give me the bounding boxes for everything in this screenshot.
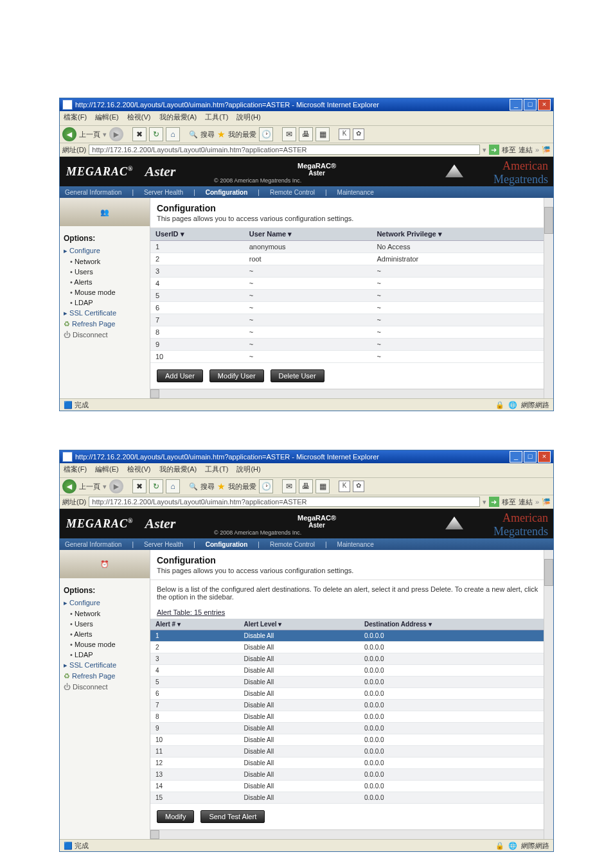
table-row[interactable]: 2Disable All0.0.0.0 — [150, 642, 553, 653]
home-button[interactable]: ⌂ — [166, 479, 180, 493]
table-row[interactable]: 4~~ — [150, 278, 553, 290]
close-button[interactable]: × — [538, 99, 551, 111]
forward-button[interactable]: ► — [109, 479, 123, 493]
sidebar-refresh[interactable]: Refresh Page — [64, 671, 146, 682]
menu-tools[interactable]: 工具(T) — [205, 113, 228, 121]
mail-button[interactable]: ✉ — [282, 127, 296, 141]
minimize-button[interactable]: _ — [510, 451, 522, 463]
maximize-button[interactable]: □ — [524, 99, 537, 111]
sidebar-item-network[interactable]: Network — [64, 256, 146, 267]
sidebar-configure[interactable]: Configure — [64, 598, 146, 608]
go-button[interactable]: ➜ — [489, 145, 499, 155]
sidebar-item-alerts[interactable]: Alerts — [64, 629, 146, 639]
menu-edit[interactable]: 編輯(E) — [95, 113, 119, 121]
minimize-button[interactable]: _ — [510, 99, 522, 111]
table-row[interactable]: 9Disable All0.0.0.0 — [150, 723, 553, 734]
table-row[interactable]: 10~~ — [150, 351, 553, 363]
table-row[interactable]: 6Disable All0.0.0.0 — [150, 688, 553, 700]
tab-health[interactable]: Server Health — [144, 189, 183, 196]
tab-maint[interactable]: Maintenance — [337, 541, 374, 548]
table-row[interactable]: 10Disable All0.0.0.0 — [150, 734, 553, 746]
table-row[interactable]: 3Disable All0.0.0.0 — [150, 653, 553, 665]
print-button[interactable]: 🖶 — [299, 127, 313, 141]
h-scrollbar[interactable] — [150, 389, 553, 398]
gear-icon[interactable]: ✿ — [353, 128, 364, 140]
col-alertnum[interactable]: Alert # ▾ — [150, 619, 238, 630]
flag-icon[interactable]: 🎏 — [542, 498, 551, 506]
tab-remote[interactable]: Remote Control — [270, 189, 315, 196]
tab-general[interactable]: General Information — [65, 189, 121, 196]
search-icon[interactable]: 🔍 — [189, 130, 198, 139]
go-button[interactable]: ➜ — [489, 497, 499, 507]
home-button[interactable]: ⌂ — [166, 127, 180, 141]
sidebar-disconnect[interactable]: Disconnect — [64, 682, 146, 692]
gear-icon[interactable]: ✿ — [353, 481, 364, 492]
search-icon[interactable]: 🔍 — [189, 483, 198, 491]
tab-config[interactable]: Configuration — [206, 189, 248, 196]
search-label[interactable]: 搜尋 — [200, 130, 215, 139]
back-button[interactable]: ◄ — [62, 479, 76, 493]
table-row[interactable]: 2rootAdministrator — [150, 253, 553, 265]
menu-fav[interactable]: 我的最愛(A) — [159, 113, 197, 121]
v-scrollbar[interactable] — [544, 550, 553, 839]
table-row[interactable]: 7~~ — [150, 314, 553, 326]
k-icon[interactable]: K — [339, 128, 350, 140]
address-input[interactable]: http://172.16.2.200/Layouts/Layout0/uima… — [89, 497, 480, 507]
sidebar-item-alerts[interactable]: Alerts — [64, 277, 146, 287]
sidebar-item-mouse[interactable]: Mouse mode — [64, 639, 146, 650]
sidebar-item-ldap[interactable]: LDAP — [64, 650, 146, 660]
tab-remote[interactable]: Remote Control — [270, 541, 315, 548]
sidebar-item-mouse[interactable]: Mouse mode — [64, 287, 146, 297]
address-input[interactable]: http://172.16.2.200/Layouts/Layout0/uima… — [89, 145, 480, 155]
window-titlebar[interactable]: http://172.16.2.200/Layouts/Layout0/uima… — [60, 98, 553, 111]
table-row[interactable]: 6~~ — [150, 302, 553, 314]
refresh-button[interactable]: ↻ — [149, 479, 163, 493]
favorites-label[interactable]: 我的最愛 — [228, 130, 256, 139]
modify-user-button[interactable]: Modify User — [209, 369, 264, 382]
col-username[interactable]: User Name ▾ — [244, 228, 372, 241]
send-test-alert-button[interactable]: Send Test Alert — [200, 810, 265, 823]
delete-user-button[interactable]: Delete User — [271, 369, 324, 382]
print-button[interactable]: 🖶 — [299, 479, 313, 493]
sidebar-disconnect[interactable]: Disconnect — [64, 330, 146, 340]
sidebar-item-users[interactable]: Users — [64, 267, 146, 277]
table-row[interactable]: 4Disable All0.0.0.0 — [150, 665, 553, 677]
add-user-button[interactable]: Add User — [157, 369, 203, 382]
sidebar-refresh[interactable]: Refresh Page — [64, 319, 146, 330]
table-row[interactable]: 1Disable All0.0.0.0 — [150, 630, 553, 642]
window-titlebar[interactable]: http://172.16.2.200/Layouts/Layout0/uima… — [60, 450, 553, 463]
favorites-icon[interactable]: ★ — [217, 129, 226, 139]
sidebar-item-users[interactable]: Users — [64, 619, 146, 629]
table-row[interactable]: 9~~ — [150, 339, 553, 351]
sidebar-ssl[interactable]: SSL Certificate — [64, 308, 146, 319]
tab-health[interactable]: Server Health — [144, 541, 183, 548]
menu-file[interactable]: 檔案(F) — [64, 113, 87, 121]
k-icon[interactable]: K — [339, 481, 350, 492]
table-row[interactable]: 13Disable All0.0.0.0 — [150, 769, 553, 781]
edit-button[interactable]: ▦ — [315, 479, 330, 493]
table-row[interactable]: 11Disable All0.0.0.0 — [150, 746, 553, 757]
h-scrollbar[interactable] — [150, 829, 553, 839]
col-userid[interactable]: UserID ▾ — [150, 228, 244, 241]
modify-button[interactable]: Modify — [157, 810, 194, 823]
table-row[interactable]: 8Disable All0.0.0.0 — [150, 711, 553, 723]
stop-button[interactable]: ✖ — [132, 479, 147, 493]
edit-button[interactable]: ▦ — [315, 127, 330, 141]
table-row[interactable]: 5~~ — [150, 290, 553, 302]
table-row[interactable]: 8~~ — [150, 326, 553, 339]
table-row[interactable]: 14Disable All0.0.0.0 — [150, 781, 553, 792]
table-row[interactable]: 12Disable All0.0.0.0 — [150, 757, 553, 769]
table-row[interactable]: 5Disable All0.0.0.0 — [150, 677, 553, 688]
col-alertlevel[interactable]: Alert Level ▾ — [238, 619, 359, 630]
tab-general[interactable]: General Information — [65, 541, 121, 548]
forward-button[interactable]: ► — [109, 127, 123, 141]
sidebar-item-network[interactable]: Network — [64, 608, 146, 619]
table-row[interactable]: 15Disable All0.0.0.0 — [150, 792, 553, 804]
close-button[interactable]: × — [538, 451, 551, 463]
back-button[interactable]: ◄ — [62, 127, 76, 141]
links-label[interactable]: 連結 — [519, 145, 533, 155]
sidebar-ssl[interactable]: SSL Certificate — [64, 660, 146, 671]
sidebar-item-ldap[interactable]: LDAP — [64, 297, 146, 308]
alerts-table[interactable]: Alert # ▾ Alert Level ▾ Destination Addr… — [150, 619, 553, 804]
col-privilege[interactable]: Network Privilege ▾ — [371, 228, 553, 241]
